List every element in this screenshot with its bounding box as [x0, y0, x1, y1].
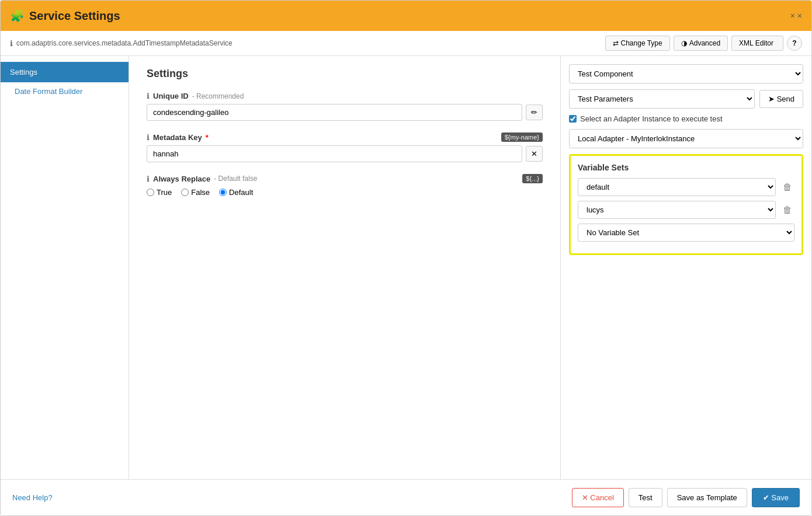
always-replace-default-label: Default	[229, 188, 253, 197]
modal-title-area: 🧩 Service Settings	[10, 9, 120, 23]
service-class-label: com.adaptris.core.services.metadata.AddT…	[16, 39, 233, 47]
test-params-row: Test Parameters ➤ Send	[569, 89, 803, 109]
unique-id-label-row: ℹ Unique ID - Recommended	[147, 92, 543, 100]
unique-id-edit-button[interactable]: ✏	[526, 104, 543, 120]
always-replace-field-group: ℹ Always Replace - Default false ${...} …	[147, 174, 543, 197]
metadata-key-label-row: ℹ Metadata Key * ${my-name}	[147, 133, 543, 142]
always-replace-sublabel: - Default false	[214, 175, 257, 183]
variable-set-select-0[interactable]: default	[578, 178, 776, 196]
always-replace-false-label: False	[191, 188, 210, 197]
metadata-key-info-icon: ℹ	[147, 133, 150, 142]
test-parameters-select[interactable]: Test Parameters	[569, 89, 755, 109]
send-label: Send	[777, 95, 794, 103]
sidebar-item-date-format-builder[interactable]: Date Format Builder	[1, 82, 129, 100]
need-help-link[interactable]: Need Help?	[12, 493, 53, 502]
always-replace-label-row: ℹ Always Replace - Default false ${...}	[147, 174, 543, 183]
sidebar-item-settings[interactable]: Settings	[1, 62, 129, 82]
modal-container: 🧩 Service Settings × × ℹ com.adaptris.co…	[0, 0, 812, 516]
metadata-key-required: *	[206, 133, 209, 142]
change-type-icon: ⇄	[613, 39, 619, 47]
modal-header: 🧩 Service Settings × ×	[1, 1, 811, 31]
modal-close-button[interactable]: × ×	[790, 11, 802, 20]
always-replace-badge[interactable]: ${...}	[522, 174, 543, 183]
metadata-key-field-group: ℹ Metadata Key * ${my-name} ✕	[147, 133, 543, 162]
sidebar-date-format-label: Date Format Builder	[15, 87, 82, 96]
toolbar-left: ℹ com.adaptris.core.services.metadata.Ad…	[10, 39, 233, 48]
right-panel: Test Component Test Parameters ➤ Send Se…	[560, 56, 811, 479]
variable-set-delete-1[interactable]: 🗑	[780, 204, 794, 217]
metadata-key-clear-button[interactable]: ✕	[526, 146, 543, 162]
info-icon: ℹ	[10, 39, 13, 48]
adapter-select[interactable]: Local Adapter - MyInterlokInstance	[569, 129, 803, 148]
select-adapter-checkbox[interactable]	[569, 115, 577, 123]
send-icon: ➤	[768, 95, 775, 103]
settings-panel: Settings ℹ Unique ID - Recommended ✏ ℹ M…	[129, 56, 560, 479]
main-content: Settings Date Format Builder Settings ℹ …	[1, 56, 811, 479]
save-label: ✔ Save	[763, 493, 789, 502]
always-replace-true-option[interactable]: True	[147, 188, 172, 197]
advanced-label: Advanced	[689, 39, 720, 47]
metadata-key-input-row: ✕	[147, 145, 543, 162]
modal-title: Service Settings	[29, 9, 120, 23]
test-button[interactable]: Test	[629, 488, 662, 507]
modal-footer: Need Help? ✕ Cancel Test Save as Templat…	[1, 479, 811, 515]
help-icon: ?	[792, 39, 796, 47]
unique-id-label: Unique ID	[153, 92, 189, 100]
always-replace-false-radio[interactable]	[181, 189, 189, 196]
always-replace-true-label: True	[157, 188, 172, 197]
save-button[interactable]: ✔ Save	[752, 488, 800, 507]
change-type-label: Change Type	[621, 39, 662, 47]
variable-set-row-1: lucys 🗑	[578, 201, 794, 219]
xml-editor-button[interactable]: XML Editor	[731, 36, 783, 51]
variable-sets-title: Variable Sets	[578, 163, 794, 172]
unique-id-input[interactable]	[147, 104, 522, 121]
xml-editor-label: XML Editor	[739, 39, 773, 47]
change-type-button[interactable]: ⇄ Change Type	[605, 36, 670, 51]
always-replace-false-option[interactable]: False	[181, 188, 210, 197]
save-as-template-button[interactable]: Save as Template	[667, 488, 747, 507]
always-replace-radio-group: True False Default	[147, 188, 543, 197]
unique-id-sublabel: - Recommended	[192, 92, 244, 100]
select-adapter-label: Select an Adapter Instance to execute te…	[580, 114, 723, 123]
sidebar: Settings Date Format Builder	[1, 56, 129, 479]
always-replace-default-radio[interactable]	[219, 189, 227, 196]
advanced-icon: ◑	[681, 39, 687, 47]
variable-set-row-2: No Variable Set	[578, 224, 794, 242]
unique-id-info-icon: ℹ	[147, 92, 150, 100]
test-label: Test	[639, 493, 653, 502]
always-replace-label: Always Replace	[153, 175, 210, 183]
cancel-button[interactable]: ✕ Cancel	[572, 488, 624, 507]
footer-actions: ✕ Cancel Test Save as Template ✔ Save	[572, 488, 800, 507]
variable-set-row-0: default 🗑	[578, 178, 794, 196]
advanced-button[interactable]: ◑ Advanced	[674, 36, 728, 51]
toolbar-right: ⇄ Change Type ◑ Advanced XML Editor ?	[605, 36, 802, 51]
toolbar: ℹ com.adaptris.core.services.metadata.Ad…	[1, 31, 811, 56]
sidebar-settings-label: Settings	[10, 68, 37, 76]
variable-set-delete-0[interactable]: 🗑	[780, 181, 794, 194]
puzzle-icon: 🧩	[10, 9, 25, 23]
save-as-template-label: Save as Template	[677, 493, 737, 502]
test-component-select[interactable]: Test Component	[569, 64, 803, 83]
close-label: × ×	[790, 11, 802, 20]
cancel-label: ✕ Cancel	[582, 493, 614, 502]
variable-set-select-1[interactable]: lucys	[578, 201, 776, 219]
metadata-key-badge[interactable]: ${my-name}	[501, 133, 543, 142]
unique-id-field-group: ℹ Unique ID - Recommended ✏	[147, 92, 543, 121]
unique-id-input-row: ✏	[147, 104, 543, 121]
select-adapter-row: Select an Adapter Instance to execute te…	[569, 114, 803, 123]
send-button[interactable]: ➤ Send	[759, 90, 803, 108]
always-replace-default-option[interactable]: Default	[219, 188, 253, 197]
settings-heading: Settings	[147, 68, 543, 80]
always-replace-true-radio[interactable]	[147, 189, 154, 196]
variable-set-select-2[interactable]: No Variable Set	[578, 224, 794, 242]
always-replace-info-icon: ℹ	[147, 175, 150, 183]
metadata-key-label: Metadata Key	[153, 133, 202, 142]
metadata-key-input[interactable]	[147, 145, 522, 162]
variable-sets-section: Variable Sets default 🗑 lucys 🗑 No Vari	[569, 154, 803, 255]
help-button[interactable]: ?	[787, 36, 802, 51]
